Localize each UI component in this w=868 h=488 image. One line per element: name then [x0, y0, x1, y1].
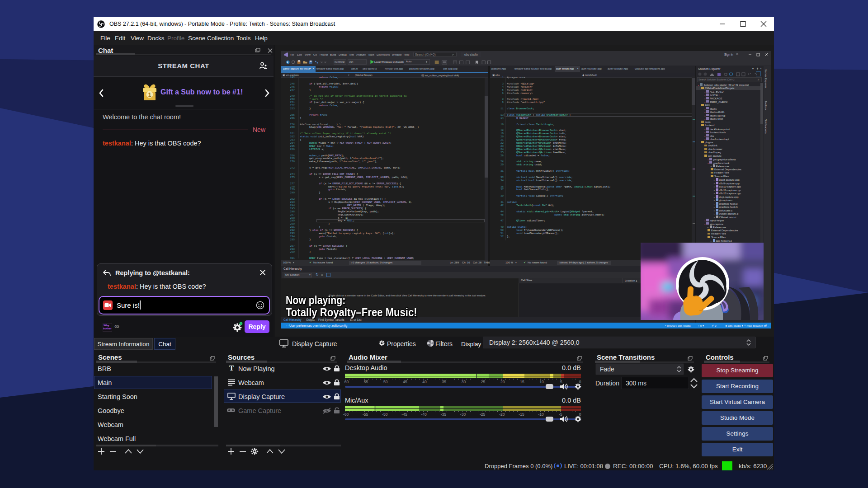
svg-text:T: T — [229, 364, 234, 372]
svg-text:1: 1 — [148, 92, 151, 98]
